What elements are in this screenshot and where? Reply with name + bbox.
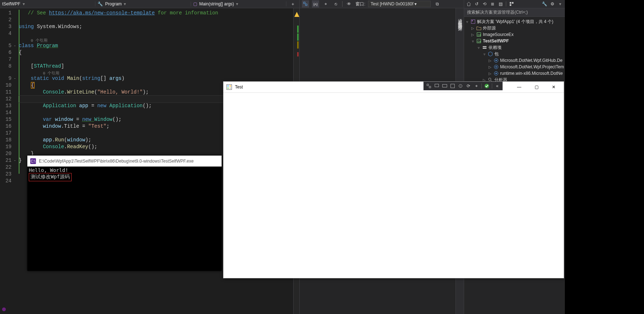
expand-icon[interactable]: ▷ xyxy=(488,59,492,63)
vs-icon xyxy=(1,307,6,312)
breadcrumb-class[interactable]: 🔧 Program ▾ xyxy=(95,1,191,6)
tree-node-label: ImageSourceEx xyxy=(483,32,513,37)
chevron-down-icon[interactable]: ▾ xyxy=(557,1,563,7)
window-label: 窗口: xyxy=(355,1,365,7)
svg-rect-32 xyxy=(230,85,231,87)
code-line[interactable]: class Program xyxy=(19,42,293,49)
tree-node-label: TestSelfWPF xyxy=(483,38,509,44)
code-line[interactable] xyxy=(19,30,293,37)
select-element-icon[interactable] xyxy=(302,0,309,8)
gear-icon[interactable]: ⚙ xyxy=(549,1,555,7)
tree-node[interactable]: ▷Microsoft.DotNet.Wpf.ProjectTem xyxy=(464,64,565,70)
svg-rect-6 xyxy=(510,4,511,6)
tree-node[interactable]: ▷C#ImageSourceEx xyxy=(464,31,565,38)
svg-rect-22 xyxy=(427,84,428,86)
split-editor-button[interactable]: ＋ xyxy=(286,1,299,7)
group-icon[interactable] xyxy=(508,1,515,7)
popout-icon[interactable]: ⧉ xyxy=(434,0,441,8)
code-line[interactable]: // See https://aka.ms/new-console-templa… xyxy=(19,10,293,17)
code-line[interactable]: 0 个引用 xyxy=(19,70,293,75)
tree-root[interactable]: ▿ 解决方案 'WpfApp1' (4 个项目，共 4 个) xyxy=(464,18,565,25)
check-icon[interactable] xyxy=(483,83,490,89)
svg-point-28 xyxy=(460,86,461,86)
console-titlebar[interactable]: C:\ E:\Code\WpfApp1\TestSelfWPF\bin\x86\… xyxy=(27,156,222,167)
expand-icon[interactable]: ▿ xyxy=(482,52,486,56)
code-line[interactable] xyxy=(19,17,293,23)
expand-icon[interactable]: ▷ xyxy=(471,33,475,37)
layout-icon[interactable] xyxy=(449,83,456,89)
track-icon[interactable] xyxy=(457,83,464,89)
app-icon xyxy=(226,84,232,90)
minimize-button[interactable]: — xyxy=(512,82,526,92)
marker-red xyxy=(297,52,299,56)
expand-icon[interactable]: ▷ xyxy=(471,26,475,30)
breadcrumb-method[interactable]: ▢ Main(string[] args) ▾ xyxy=(191,1,286,6)
breadcrumb-file[interactable]: tSelfWPF ▾ xyxy=(0,1,95,6)
refresh-icon[interactable]: ⟳ xyxy=(465,83,472,89)
marker-green xyxy=(297,26,299,33)
svg-text:C#: C# xyxy=(478,40,481,43)
tree-node[interactable]: ▷runtime.win-x86.Microsoft.DotNe xyxy=(464,70,565,77)
wpf-debug-toolbar[interactable]: ⟳ ⌖ « xyxy=(423,82,503,90)
focus-icon[interactable]: {A} xyxy=(312,0,319,8)
eye-icon[interactable]: 👁 xyxy=(345,0,353,8)
expand-icon[interactable]: ▷ xyxy=(488,65,492,69)
accessibility-icon[interactable]: ⌖ xyxy=(473,83,480,89)
tree-node[interactable]: ▿依赖项 xyxy=(464,44,565,51)
collapse-icon[interactable]: « xyxy=(494,83,501,89)
code-line[interactable]: [STAThread] xyxy=(19,63,293,70)
svg-text:C#: C# xyxy=(478,34,481,36)
svg-rect-8 xyxy=(472,21,473,22)
live-tree-side-label: 通过从计数器选项中检查计 xyxy=(457,15,463,24)
svg-rect-13 xyxy=(483,46,487,47)
wpf-test-window[interactable]: ⟳ ⌖ « Test — ▢ ✕ xyxy=(223,81,564,278)
sync-icon[interactable]: ⟲ xyxy=(481,1,488,7)
csproj-icon: C# xyxy=(476,32,481,37)
close-button[interactable]: ✕ xyxy=(547,82,561,92)
solution-toolbar: ↺ ⟲ ≣ ▤ 🔧 ⚙ ▾ xyxy=(464,0,565,8)
expand-icon[interactable]: ▿ xyxy=(476,46,481,50)
ruler-icon[interactable]: ⎋ xyxy=(332,0,339,8)
solution-search[interactable]: 搜索解决方案资源管理器(Ctrl+;) xyxy=(464,8,565,17)
expand-icon[interactable]: ▷ xyxy=(488,72,492,76)
breadcrumb-class-label: Program xyxy=(105,1,122,6)
eyedropper-icon[interactable]: ⌖ xyxy=(322,0,329,8)
method-icon: ▢ xyxy=(193,1,197,6)
code-line[interactable]: { xyxy=(19,49,293,56)
home-icon[interactable] xyxy=(466,1,472,7)
console-window[interactable]: C:\ E:\Code\WpfApp1\TestSelfWPF\bin\x86\… xyxy=(27,155,222,271)
tree-node-label: Microsoft.DotNet.Wpf.ProjectTem xyxy=(500,64,564,69)
tree-node[interactable]: ▿C#TestSelfWPF xyxy=(464,38,565,44)
code-line[interactable] xyxy=(19,56,293,63)
chevron-down-icon: ▾ xyxy=(124,1,126,6)
code-line[interactable]: 0 个引用 xyxy=(19,37,293,42)
svg-point-29 xyxy=(485,84,489,88)
breadcrumb-method-label: Main(string[] args) xyxy=(199,1,234,6)
screen-icon[interactable] xyxy=(441,83,448,89)
tree-node[interactable]: ▷Microsoft.DotNet.Wpf.GitHub.De xyxy=(464,57,565,64)
svg-point-21 xyxy=(489,78,491,81)
inspect-icon[interactable] xyxy=(433,83,440,89)
tree-icon[interactable] xyxy=(425,83,432,89)
history-icon[interactable]: ↺ xyxy=(473,1,480,7)
svg-rect-31 xyxy=(227,85,229,87)
fold-column[interactable]: --- xyxy=(14,8,19,314)
expand-icon[interactable]: ▿ xyxy=(465,20,469,24)
svg-point-20 xyxy=(495,73,497,74)
svg-rect-7 xyxy=(471,20,475,24)
maximize-button[interactable]: ▢ xyxy=(529,82,544,92)
code-line[interactable]: using System.Windows; xyxy=(19,23,293,30)
tree-node[interactable]: ▿包 xyxy=(464,51,565,57)
tree-node[interactable]: ▷外部源 xyxy=(464,25,565,31)
expand-icon[interactable]: ▿ xyxy=(471,39,475,43)
tree-node-label: 依赖项 xyxy=(489,45,502,51)
stack2-icon[interactable]: ▤ xyxy=(497,1,504,7)
wpf-titlebar[interactable]: Test — ▢ ✕ xyxy=(223,82,564,93)
window-selector[interactable]: Test [HWND 0x00180f ▾ xyxy=(368,1,431,7)
svg-rect-4 xyxy=(510,2,511,4)
nuget-icon xyxy=(494,58,499,63)
stack-icon[interactable]: ≣ xyxy=(489,1,496,7)
wrench-icon[interactable]: 🔧 xyxy=(541,1,548,7)
svg-rect-5 xyxy=(512,2,513,4)
solution-search-placeholder: 搜索解决方案资源管理器(Ctrl+;) xyxy=(467,10,528,15)
